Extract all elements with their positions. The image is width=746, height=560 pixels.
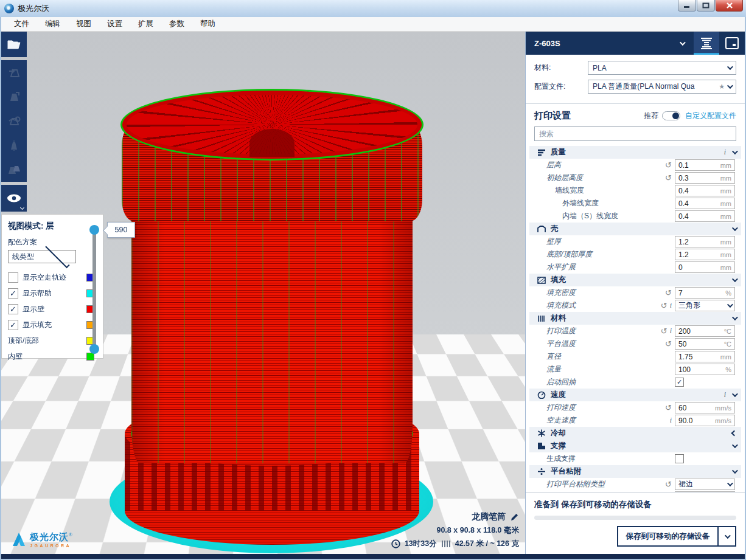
diameter-input[interactable]: 1.75 mm — [675, 351, 735, 362]
enable-retraction-checkbox[interactable]: ✓ — [675, 378, 684, 387]
menu-file[interactable]: 文件 — [6, 17, 37, 31]
initial-layer-height-input[interactable]: 0.3 mm — [675, 172, 735, 184]
color-scheme-select[interactable]: 线类型 — [8, 250, 76, 263]
layer-slider-bottom-handle[interactable] — [89, 344, 99, 354]
setting-row-initial-layer-height[interactable]: 初始层高度 ↺ 0.3 mm — [526, 171, 745, 184]
menu-edit[interactable]: 编辑 — [37, 17, 68, 31]
scale-tool-button[interactable] — [1, 85, 27, 109]
rotate-tool-button[interactable] — [1, 109, 27, 133]
revert-icon[interactable]: ↺ — [665, 174, 672, 182]
printer-selector[interactable]: Z-603S — [526, 32, 694, 55]
profile-label: 配置文件: — [534, 81, 588, 92]
close-button[interactable] — [716, 0, 743, 12]
setting-row-top-bottom-thickness[interactable]: 底部/顶部厚度 1.2 mm — [526, 248, 745, 261]
custom-profile-link[interactable]: 自定义配置文件 — [685, 111, 736, 121]
setting-row-build-plate-temperature[interactable]: 平台温度 ↺ 50 °C — [526, 337, 745, 350]
print-speed-input[interactable]: 60 mm/s — [675, 402, 735, 413]
section-build-plate-adhesion[interactable]: 平台粘附 — [529, 465, 741, 478]
setting-row-flow[interactable]: 流量 100 % — [526, 363, 745, 376]
layer-slider-top-handle[interactable] — [89, 225, 99, 235]
revert-icon[interactable]: ↺ — [665, 480, 672, 488]
profile-select[interactable]: PLA 普通质量(PLA Normal Qua ★ — [588, 80, 736, 94]
settings-search-input[interactable] — [534, 126, 736, 141]
helpers-checkbox[interactable]: ✓ — [8, 288, 18, 299]
color-scheme-label: 配色方案 — [8, 237, 98, 247]
setting-row-printing-temperature[interactable]: 打印温度 ↺ i 200 °C — [526, 325, 745, 337]
minimize-button[interactable] — [678, 0, 696, 12]
tab-prepare-preview[interactable] — [694, 32, 719, 55]
menu-settings[interactable]: 设置 — [99, 17, 130, 31]
section-infill[interactable]: 填充 — [529, 274, 741, 286]
revert-icon[interactable]: ↺ — [665, 161, 672, 169]
recommended-label: 推荐 — [644, 111, 658, 121]
view-mode-button[interactable] — [1, 185, 27, 212]
flow-input[interactable]: 100 % — [675, 364, 735, 375]
setting-row-inner-wall-line-width[interactable]: 内墙（S）线宽度 0.4 mm — [526, 210, 745, 223]
horizontal-expansion-input[interactable]: 0 mm — [675, 261, 735, 273]
layer-slider-track[interactable] — [92, 230, 96, 349]
setting-row-wall-line-width[interactable]: 墙线宽度 0.4 mm — [526, 184, 745, 197]
wall-thickness-input[interactable]: 1.2 mm — [675, 236, 735, 247]
menu-parameters[interactable]: 参数 — [161, 17, 192, 31]
setting-row-outer-wall-line-width[interactable]: 外墙线宽度 0.4 mm — [526, 197, 745, 210]
move-tool-button[interactable] — [1, 60, 27, 85]
setting-row-enable-retraction[interactable]: 启动回抽 ✓ — [526, 376, 745, 389]
save-to-removable-button[interactable]: 保存到可移动的存储设备 — [617, 526, 719, 547]
revert-icon[interactable]: ↺ — [661, 302, 668, 309]
layer-range-slider[interactable] — [91, 225, 98, 354]
setting-row-adhesion-type[interactable]: 打印平台粘附类型 ↺ 裙边 — [526, 478, 745, 491]
rename-pencil-icon[interactable] — [510, 513, 519, 522]
layer-height-input[interactable]: 0.1 mm — [675, 159, 735, 171]
setting-row-layer-height[interactable]: 层高 ↺ 0.1 mm — [526, 159, 745, 171]
inner-wall-line-width-input[interactable]: 0.4 mm — [675, 210, 735, 222]
ready-status-text: 准备到 保存到可移动的存储设备 — [534, 499, 736, 510]
printing-temperature-input[interactable]: 200 °C — [675, 325, 735, 337]
support-icon — [537, 442, 546, 450]
infill-checkbox[interactable]: ✓ — [8, 320, 18, 330]
section-shell[interactable]: 壳 — [529, 223, 741, 235]
rotate-tool-icon — [7, 114, 21, 128]
section-material[interactable]: 材料 — [529, 312, 741, 325]
recommended-custom-toggle[interactable] — [662, 111, 680, 120]
generate-support-checkbox[interactable] — [675, 454, 684, 463]
shell-checkbox[interactable]: ✓ — [8, 304, 18, 314]
travel-speed-input[interactable]: 90.0 mm/s — [675, 415, 735, 426]
outer-wall-line-width-input[interactable]: 0.4 mm — [675, 198, 735, 209]
setting-row-infill-density[interactable]: 填充密度 ↺ 7 % — [526, 286, 745, 299]
travels-checkbox[interactable] — [8, 272, 18, 283]
cooling-fan-icon — [537, 429, 546, 437]
section-speed[interactable]: 速度 i — [529, 389, 741, 401]
maximize-button[interactable] — [697, 0, 715, 12]
menu-extensions[interactable]: 扩展 — [130, 17, 161, 31]
infill-pattern-select[interactable]: 三角形 — [675, 300, 735, 311]
revert-icon[interactable]: ↺ — [665, 404, 672, 412]
revert-icon[interactable]: ↺ — [665, 289, 672, 297]
section-support[interactable]: 支撑 — [529, 440, 741, 452]
setting-row-diameter[interactable]: 直径 1.75 mm — [526, 350, 745, 363]
layer-number-tooltip: 590 — [107, 222, 135, 238]
wall-line-width-input[interactable]: 0.4 mm — [675, 185, 735, 196]
infill-density-input[interactable]: 7 % — [675, 287, 735, 299]
section-cooling[interactable]: 冷却 — [529, 427, 741, 440]
mirror-tool-button[interactable] — [1, 133, 27, 157]
tab-monitor[interactable] — [719, 32, 745, 55]
adhesion-type-select[interactable]: 裙边 — [675, 479, 735, 490]
setting-row-infill-pattern[interactable]: 填充模式 ↺ i 三角形 — [526, 299, 745, 312]
open-file-button[interactable] — [1, 32, 27, 57]
setting-row-generate-support[interactable]: 生成支撑 — [526, 452, 745, 465]
build-plate-temperature-input[interactable]: 50 °C — [675, 338, 735, 350]
save-options-dropdown[interactable] — [718, 526, 736, 547]
revert-icon[interactable]: ↺ — [665, 340, 672, 348]
section-quality[interactable]: 质量 i — [529, 146, 741, 159]
setting-row-travel-speed[interactable]: 空走速度 i 90.0 mm/s — [526, 414, 745, 427]
material-select[interactable]: PLA — [588, 61, 736, 75]
menu-help[interactable]: 帮助 — [192, 17, 223, 31]
setting-row-wall-thickness[interactable]: 壁厚 1.2 mm — [526, 235, 745, 248]
menu-view[interactable]: 视图 — [68, 17, 99, 31]
top-bottom-thickness-input[interactable]: 1.2 mm — [675, 249, 735, 260]
revert-icon[interactable]: ↺ — [661, 327, 668, 335]
setting-row-horizontal-expansion[interactable]: 水平扩展 0 mm — [526, 261, 745, 274]
setting-row-print-speed[interactable]: 打印速度 ↺ 60 mm/s — [526, 401, 745, 414]
viewport-3d[interactable]: 视图模式: 层 配色方案 线类型 显示空走轨迹 ✓ 显示帮助 ✓ — [1, 32, 525, 554]
per-model-settings-button[interactable] — [1, 157, 27, 182]
